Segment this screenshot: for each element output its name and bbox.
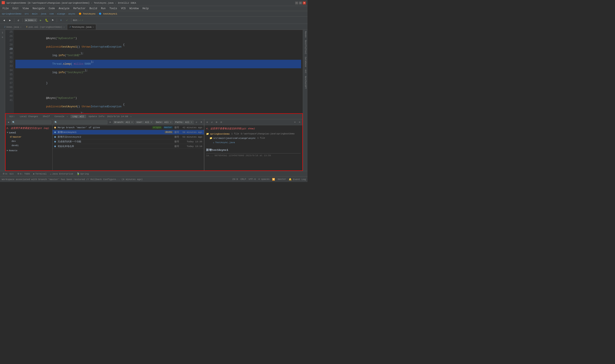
git-log-search-input[interactable]: [53, 120, 107, 124]
toolbar-git-update[interactable]: ⬇: [59, 18, 63, 23]
menu-code[interactable]: Code: [47, 7, 57, 11]
menu-run[interactable]: Run: [99, 7, 107, 11]
bottom-tab-log[interactable]: Log: all: [70, 115, 86, 118]
toolbar-refresh-btn[interactable]: ↺: [16, 18, 21, 23]
git-branch-name[interactable]: master: [278, 178, 286, 181]
log-row-1[interactable]: 新增testAsync1 dev01 嗷哥 50 minutes ago: [53, 130, 204, 135]
detail-collapse-btn[interactable]: ⊟: [219, 120, 223, 124]
minimize-button[interactable]: ─: [295, 1, 298, 4]
user-filter[interactable]: User: All ÷: [135, 120, 154, 124]
detail-settings-btn[interactable]: ⚙: [205, 120, 209, 124]
tab-pom-xml[interactable]: X pom.xml (springbootDemo) ✕: [24, 24, 67, 30]
menu-view[interactable]: View: [21, 7, 30, 11]
terminal-tool-item[interactable]: ▶ Terminal: [32, 172, 47, 175]
tree-branch-master[interactable]: 🏷 master: [6, 135, 52, 139]
cursor-position[interactable]: 29:9: [232, 178, 238, 181]
git-detail-content: 4. 这里用于查看每次提交的详情(git show) 📁 springbootD…: [204, 125, 302, 170]
detail-expand-btn[interactable]: ⊞: [214, 120, 218, 124]
git-back-btn[interactable]: ◀: [6, 120, 10, 124]
menu-window[interactable]: Window: [128, 7, 140, 11]
git-tool-item[interactable]: ⑨ 9: Git: [2, 172, 15, 175]
refresh-log-btn[interactable]: ↺: [195, 120, 198, 124]
tab-close-pom[interactable]: ✕: [63, 26, 65, 28]
detail-tree-file[interactable]: ☕ TestAsync.java: [206, 140, 301, 145]
menu-navigate[interactable]: Navigate: [31, 7, 47, 11]
restfultool-label[interactable]: RestfulTool: [303, 39, 308, 55]
nextchatgpt-label[interactable]: NexChatGPT: [303, 75, 308, 90]
branch-filter[interactable]: Branch: All ÷: [113, 120, 134, 124]
sidebar-project-btn[interactable]: 1: [1, 31, 4, 35]
run-button[interactable]: ▶: [39, 18, 43, 23]
detail-align-btn[interactable]: ≡: [293, 120, 297, 124]
breadcrumb-async[interactable]: async: [68, 13, 75, 15]
charset[interactable]: UTF-8: [249, 178, 256, 181]
breadcrumb-testasync[interactable]: 🔶 TestAsync: [79, 12, 96, 15]
toolbar-git-commit[interactable]: ✓: [65, 18, 69, 23]
tab-demo-java[interactable]: J Demo.java ✕: [2, 24, 24, 30]
line-ending[interactable]: CRLF: [241, 178, 246, 181]
toolbar-forward-btn[interactable]: ▶: [8, 18, 12, 23]
breadcrumb-java[interactable]: java: [40, 13, 46, 15]
log-row-2[interactable]: 新增方法testAsync2 嗷哥 53 minutes ago: [53, 135, 204, 139]
maven-panel-label[interactable]: Maven: [303, 30, 308, 39]
tree-local[interactable]: ▼ Local: [6, 130, 52, 135]
log-row-0[interactable]: Merge branch 'master' of gitee origin ma…: [53, 125, 204, 130]
coverage-button[interactable]: ⚑: [50, 18, 55, 23]
debug-button[interactable]: 🐛: [44, 18, 49, 23]
git-settings-btn[interactable]: ⚙: [108, 120, 112, 124]
javaenterprise-tool-item[interactable]: ☕ Java Enterprise: [49, 172, 74, 175]
tab-close-testasync[interactable]: ✕: [93, 26, 94, 28]
bottom-tab-update[interactable]: Update Info: 2023/9/16 14:08 ✕: [86, 115, 134, 118]
bottom-tab-local-changes[interactable]: Local Changes: [17, 115, 40, 118]
breadcrumb-xiaoge[interactable]: xiaoge: [57, 13, 65, 15]
detail-refresh-btn[interactable]: ↺: [210, 120, 214, 124]
log-row-4[interactable]: 初始化本地仓库 嗷哥 Today 13:16: [53, 144, 204, 149]
tab-close-demo[interactable]: ✕: [20, 26, 21, 28]
breadcrumb-src[interactable]: src: [25, 13, 29, 15]
git-search-input[interactable]: [11, 120, 52, 124]
detail-more-btn[interactable]: ≡: [298, 120, 302, 124]
event-log[interactable]: 🔔 Event Log: [289, 178, 306, 181]
menu-build[interactable]: Build: [88, 7, 99, 11]
tab-testasync-java[interactable]: J TestAsync.java ✕: [67, 24, 96, 30]
update-close-icon[interactable]: ✕: [130, 116, 132, 118]
bottom-tab-shelf[interactable]: Shelf: [40, 115, 52, 118]
window-controls[interactable]: ─ □ ✕: [295, 1, 306, 4]
bottom-tab-git[interactable]: Git:: [7, 115, 17, 118]
paths-filter[interactable]: Paths: All ÷: [174, 120, 194, 124]
bottom-tab-console[interactable]: Console ✕: [52, 115, 70, 118]
indent-info[interactable]: 4 spaces: [258, 178, 270, 181]
close-button[interactable]: ✕: [303, 1, 306, 4]
log-row-3[interactable]: 完成领导的第一个功能 嗷哥 Today 13:35: [53, 139, 204, 144]
breadcrumb-method[interactable]: 🔷 testAsync1: [99, 12, 117, 15]
menu-vcs[interactable]: VCS: [119, 7, 127, 11]
menu-help[interactable]: Help: [141, 7, 150, 11]
sidebar-structure-btn[interactable]: ≡: [1, 35, 4, 39]
tree-branch-dev[interactable]: dev: [6, 139, 52, 143]
toolbar-back-btn[interactable]: ◀: [2, 18, 6, 23]
breadcrumb-main[interactable]: main: [32, 13, 37, 15]
menu-analyze[interactable]: Analyze: [57, 7, 71, 11]
tree-remote[interactable]: ▶ Remote: [6, 148, 52, 153]
ant-label[interactable]: Ant: [303, 68, 308, 75]
date-filter[interactable]: Date: All ÷: [154, 120, 173, 124]
code-line-30: log.info("testAsync1");: [15, 68, 301, 77]
terminal-icon: ▶: [33, 172, 35, 175]
menu-file[interactable]: File: [1, 7, 11, 11]
menu-tools[interactable]: Tools: [108, 7, 119, 11]
run-config-selector[interactable]: ▶ Demo ▾: [24, 18, 37, 22]
tree-branch-dev01[interactable]: dev01: [6, 143, 52, 148]
console-close-icon[interactable]: ✕: [67, 116, 68, 118]
breadcrumb-project[interactable]: springbootDemo: [2, 13, 21, 15]
menu-edit[interactable]: Edit: [11, 7, 21, 11]
todo-tool-item[interactable]: ⑥ 6: TODO: [16, 172, 31, 175]
spring-tool-item[interactable]: 🍃 Spring: [76, 172, 90, 175]
pause-log-btn[interactable]: ⏸: [199, 120, 203, 124]
detail-tree-src[interactable]: 📁 src\main\java\com\xiaoge\async 1 file: [206, 136, 301, 140]
database-label[interactable]: Database: [303, 55, 308, 68]
breadcrumb-com[interactable]: com: [49, 13, 53, 15]
detail-tree-project[interactable]: 📁 springbootDemo 1 file D:\workspace\zha…: [206, 132, 301, 136]
git-check-icon: ✓: [80, 19, 81, 22]
maximize-button[interactable]: □: [299, 1, 302, 4]
menu-refactor[interactable]: Refactor: [71, 7, 87, 11]
